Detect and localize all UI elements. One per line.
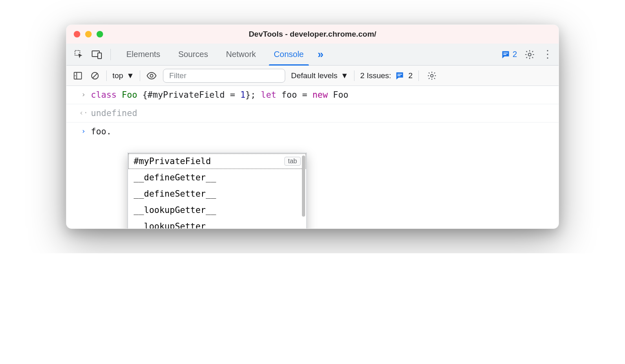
input-chevron-icon: › (79, 90, 88, 99)
inspect-element-icon[interactable] (72, 48, 86, 61)
svg-rect-11 (398, 74, 402, 75)
autocomplete-item[interactable]: #myPrivateFieldtab (128, 153, 306, 169)
message-icon (501, 50, 510, 59)
tab-network[interactable]: Network (217, 44, 265, 65)
scrollbar[interactable] (302, 156, 305, 217)
autocomplete-item-label: #myPrivateField (134, 156, 211, 166)
window-title: DevTools - developer.chrome.com/ (66, 30, 559, 39)
svg-rect-2 (98, 53, 101, 59)
chevron-down-icon: ▼ (126, 71, 134, 80)
svg-point-5 (528, 53, 531, 56)
autocomplete-item-label: __lookupGetter__ (134, 205, 216, 215)
code-token: new (312, 90, 333, 100)
code-token: }; (245, 90, 261, 100)
svg-point-10 (150, 74, 153, 77)
close-window-button[interactable] (74, 31, 80, 37)
issues-label: 2 Issues: (360, 71, 391, 80)
divider (418, 70, 419, 81)
result-value: undefined (88, 108, 553, 118)
divider (354, 70, 354, 81)
tab-label: Console (274, 50, 304, 59)
code-token: Foo (122, 90, 143, 100)
console-toolbar: top ▼ Default levels ▼ 2 Issues: 2 (66, 66, 559, 86)
tab-hint: tab (284, 157, 301, 166)
minimize-window-button[interactable] (85, 31, 92, 37)
tab-label: Sources (178, 50, 208, 59)
console-settings-icon[interactable] (426, 70, 438, 81)
autocomplete-item[interactable]: __lookupGetter__ (128, 202, 306, 218)
issues-indicator[interactable]: 2 Issues: 2 (360, 71, 413, 80)
console-code-line: class Foo {#myPrivateField = 1}; let foo… (88, 90, 553, 100)
svg-line-9 (93, 73, 97, 78)
autocomplete-item[interactable]: __defineSetter__ (128, 186, 306, 202)
levels-label: Default levels (291, 71, 337, 80)
divider (106, 70, 107, 81)
autocomplete-item[interactable]: __defineGetter__ (128, 169, 306, 186)
panel-tabs: Elements Sources Network Console » (117, 44, 328, 65)
tab-console[interactable]: Console (265, 44, 312, 65)
divider (110, 49, 111, 60)
chevron-down-icon: ▼ (341, 71, 348, 80)
console-log: › class Foo {#myPrivateField = 1}; let f… (66, 86, 559, 140)
devtools-window: DevTools - developer.chrome.com/ Element… (66, 24, 559, 229)
tab-sources[interactable]: Sources (169, 44, 217, 65)
live-expression-icon[interactable] (146, 70, 157, 81)
autocomplete-item[interactable]: __lookupSetter__ (128, 218, 306, 229)
device-toolbar-icon[interactable] (90, 48, 104, 61)
code-token: 1 (240, 90, 246, 100)
code-token: foo = (282, 90, 312, 100)
badge-count: 2 (513, 50, 517, 59)
svg-rect-3 (503, 53, 508, 53)
console-prompt-row[interactable]: › foo. (66, 123, 559, 140)
code-token: Foo (333, 90, 348, 100)
tab-elements[interactable]: Elements (117, 44, 169, 65)
code-token: let (261, 90, 282, 100)
toggle-sidebar-icon[interactable] (72, 70, 84, 81)
code-token: class (91, 90, 122, 100)
settings-icon[interactable] (524, 49, 535, 60)
autocomplete-popup: #myPrivateFieldtab__defineGetter____defi… (128, 153, 307, 229)
context-selector[interactable]: top ▼ (112, 71, 134, 80)
console-area: › class Foo {#myPrivateField = 1}; let f… (66, 86, 559, 228)
log-levels-selector[interactable]: Default levels ▼ (291, 71, 348, 80)
tab-label: Elements (126, 50, 160, 59)
autocomplete-item-label: __defineGetter__ (134, 173, 216, 182)
console-input-row: › class Foo {#myPrivateField = 1}; let f… (66, 86, 559, 104)
code-token: { (142, 90, 147, 100)
console-result-row: ‹· undefined (66, 104, 559, 123)
context-label: top (112, 71, 123, 80)
tab-label: Network (226, 50, 256, 59)
svg-point-13 (431, 74, 433, 77)
prompt-chevron-icon: › (79, 127, 88, 135)
titlebar: DevTools - developer.chrome.com/ (66, 25, 559, 44)
svg-rect-12 (398, 75, 401, 76)
tabs-overflow-button[interactable]: » (313, 44, 328, 65)
autocomplete-item-label: __defineSetter__ (134, 189, 216, 199)
autocomplete-item-label: __lookupSetter__ (134, 221, 216, 229)
result-chevron-icon: ‹· (79, 108, 88, 117)
right-tools: 2 ⋮ (501, 48, 553, 61)
clear-console-icon[interactable] (89, 70, 101, 81)
message-icon (395, 71, 404, 80)
main-tabstrip: Elements Sources Network Console » 2 ⋮ (66, 44, 559, 66)
messages-badge[interactable]: 2 (501, 50, 517, 59)
code-token: #myPrivateField = (147, 90, 240, 100)
issues-count: 2 (408, 71, 413, 80)
divider (140, 70, 140, 81)
filter-input[interactable] (163, 69, 285, 83)
svg-rect-4 (503, 54, 506, 55)
prompt-text[interactable]: foo. (88, 127, 553, 136)
maximize-window-button[interactable] (97, 31, 103, 37)
traffic-lights (74, 31, 103, 37)
more-options-icon[interactable]: ⋮ (542, 48, 553, 61)
